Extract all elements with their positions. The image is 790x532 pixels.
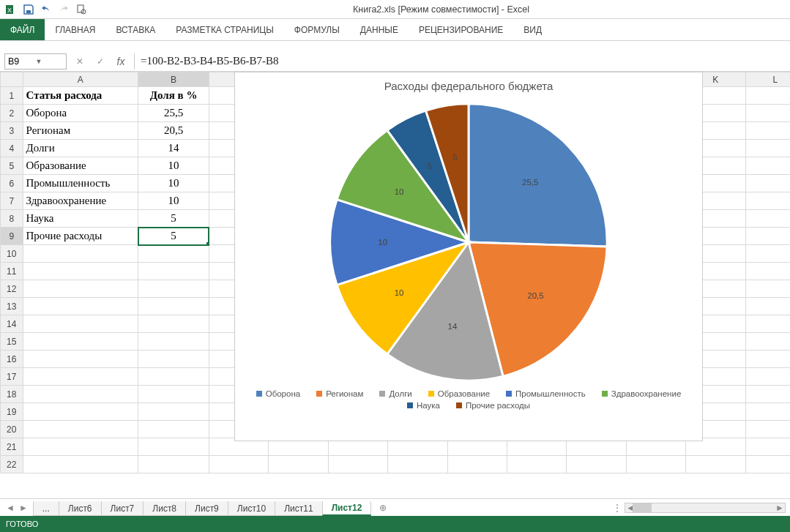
cell-L13[interactable]: [745, 298, 790, 315]
cell-D22[interactable]: [269, 456, 328, 473]
ribbon-tab-рецензирование[interactable]: РЕЦЕНЗИРОВАНИЕ: [409, 19, 513, 40]
row-header-9[interactable]: 9: [1, 228, 23, 245]
cell-A6[interactable]: Промышленность: [23, 175, 138, 192]
cell-B5[interactable]: 10: [138, 157, 209, 175]
sheet-tab-Лист11[interactable]: Лист11: [275, 501, 322, 516]
row-header-15[interactable]: 15: [1, 333, 23, 351]
cell-L3[interactable]: [745, 122, 790, 140]
cell-A7[interactable]: Здравоохранение: [23, 192, 138, 210]
chart-object[interactable]: Расходы федерального бюджета 25,520,5141…: [234, 72, 703, 441]
cell-L9[interactable]: [745, 228, 790, 245]
cell-B6[interactable]: 10: [138, 175, 209, 192]
cell-L15[interactable]: [745, 333, 790, 351]
ribbon-tab-разметка страницы[interactable]: РАЗМЕТКА СТРАНИЦЫ: [165, 19, 284, 40]
cell-B20[interactable]: [138, 421, 209, 438]
cell-A2[interactable]: Оборона: [23, 105, 138, 122]
cell-B9[interactable]: 5: [138, 228, 209, 245]
spreadsheet-grid[interactable]: ABCDEFGHIJKL1Статья расходаДоля в %2Обор…: [0, 72, 790, 482]
cell-B19[interactable]: [138, 403, 209, 421]
col-header-A[interactable]: A: [23, 72, 138, 87]
cell-B12[interactable]: [138, 280, 209, 298]
sheet-tab-Лист8[interactable]: Лист8: [143, 501, 186, 516]
cell-B11[interactable]: [138, 263, 209, 280]
sheet-tab-Лист7[interactable]: Лист7: [101, 501, 144, 516]
row-header-2[interactable]: 2: [1, 105, 23, 122]
cell-E22[interactable]: [328, 456, 387, 473]
cell-G22[interactable]: [447, 456, 507, 473]
cell-B21[interactable]: [138, 438, 209, 456]
ribbon-tab-главная[interactable]: ГЛАВНАЯ: [45, 19, 105, 40]
col-header-B[interactable]: B: [138, 72, 209, 87]
row-header-12[interactable]: 12: [1, 280, 23, 298]
row-header-20[interactable]: 20: [1, 421, 23, 438]
ribbon-tab-данные[interactable]: ДАННЫЕ: [350, 19, 409, 40]
new-sheet-button[interactable]: ⊕: [376, 503, 390, 513]
cell-A17[interactable]: [23, 368, 138, 386]
row-header-3[interactable]: 3: [1, 122, 23, 140]
cell-K22[interactable]: [686, 456, 745, 473]
cell-A5[interactable]: Образование: [23, 157, 138, 175]
cell-B17[interactable]: [138, 368, 209, 386]
name-box-dropdown-icon[interactable]: ▼: [36, 58, 64, 65]
cell-B3[interactable]: 20,5: [138, 122, 209, 140]
cell-B14[interactable]: [138, 315, 209, 333]
ribbon-tab-вид[interactable]: ВИД: [513, 19, 552, 40]
cell-A20[interactable]: [23, 421, 138, 438]
cell-L5[interactable]: [745, 157, 790, 175]
row-header-17[interactable]: 17: [1, 368, 23, 386]
ribbon-tab-вставка[interactable]: ВСТАВКА: [105, 19, 165, 40]
row-header-21[interactable]: 21: [1, 438, 23, 456]
cell-B18[interactable]: [138, 386, 209, 403]
cell-B4[interactable]: 14: [138, 140, 209, 157]
cell-L10[interactable]: [745, 245, 790, 263]
sheet-tab-Лист12[interactable]: Лист12: [322, 501, 372, 516]
hscroll-thumb[interactable]: [633, 503, 652, 512]
cell-A21[interactable]: [23, 438, 138, 456]
row-header-22[interactable]: 22: [1, 456, 23, 473]
redo-icon[interactable]: [57, 3, 70, 16]
cell-A10[interactable]: [23, 245, 138, 263]
cell-A19[interactable]: [23, 403, 138, 421]
save-icon[interactable]: [22, 3, 35, 16]
row-header-8[interactable]: 8: [1, 210, 23, 228]
sheet-nav-prev-icon[interactable]: ◄: [6, 503, 15, 513]
fx-icon[interactable]: fx: [113, 56, 128, 67]
print-preview-icon[interactable]: [75, 3, 88, 16]
cell-L22[interactable]: [745, 456, 790, 473]
row-header-18[interactable]: 18: [1, 386, 23, 403]
cell-L21[interactable]: [745, 438, 790, 456]
cell-L20[interactable]: [745, 421, 790, 438]
cell-A11[interactable]: [23, 263, 138, 280]
cell-L7[interactable]: [745, 192, 790, 210]
cell-B10[interactable]: [138, 245, 209, 263]
cell-L11[interactable]: [745, 263, 790, 280]
sheet-tab-Лист9[interactable]: Лист9: [185, 501, 228, 516]
row-header-6[interactable]: 6: [1, 175, 23, 192]
cell-L1[interactable]: [745, 87, 790, 105]
sheet-nav-buttons[interactable]: ◄ ►: [0, 503, 34, 513]
row-header-4[interactable]: 4: [1, 140, 23, 157]
formula-input[interactable]: =100-B2-B3-B4-B5-B6-B7-B8: [134, 53, 786, 70]
row-header-14[interactable]: 14: [1, 315, 23, 333]
select-all-corner[interactable]: [1, 72, 23, 87]
hscroll-track[interactable]: ◄ ►: [625, 503, 786, 513]
cell-C22[interactable]: [209, 456, 268, 473]
row-header-11[interactable]: 11: [1, 263, 23, 280]
cell-L4[interactable]: [745, 140, 790, 157]
row-header-7[interactable]: 7: [1, 192, 23, 210]
cell-L2[interactable]: [745, 105, 790, 122]
cell-L16[interactable]: [745, 351, 790, 368]
cell-L12[interactable]: [745, 280, 790, 298]
row-header-5[interactable]: 5: [1, 157, 23, 175]
row-header-10[interactable]: 10: [1, 245, 23, 263]
horizontal-scrollbar[interactable]: ⋮ ◄ ►: [390, 503, 790, 513]
sheet-tab-ellipsis[interactable]: ...: [33, 501, 59, 516]
ribbon-tab-файл[interactable]: ФАЙЛ: [0, 19, 45, 40]
cell-F22[interactable]: [388, 456, 447, 473]
cell-A15[interactable]: [23, 333, 138, 351]
cell-A9[interactable]: Прочие расходы: [23, 228, 138, 245]
cell-A13[interactable]: [23, 298, 138, 315]
cell-B15[interactable]: [138, 333, 209, 351]
cell-H22[interactable]: [507, 456, 566, 473]
name-box[interactable]: B9 ▼: [4, 53, 67, 70]
